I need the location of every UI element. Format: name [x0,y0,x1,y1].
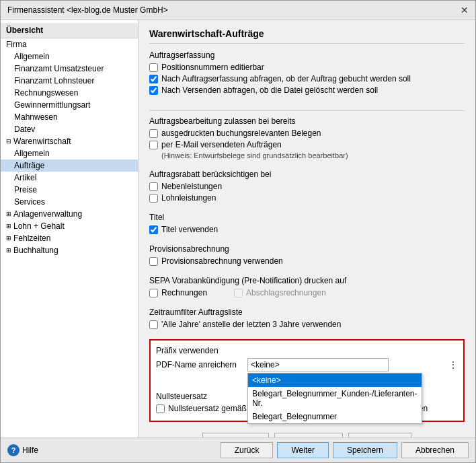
checkbox-nach-versenden[interactable] [149,86,158,95]
weiter-button[interactable]: Weiter [277,442,328,458]
sidebar-item-gewinnermittlung[interactable]: Gewinnermittlungsart [1,99,138,111]
sidebar-label-lohn: Lohn + Gehalt [13,221,65,231]
sidebar-group-fehlzeiten[interactable]: ⊞ Fehlzeiten [1,232,138,244]
label-titel: Titel [149,213,465,222]
checkbox-titel-verwenden[interactable] [149,225,158,234]
label-nach-auftragserfassung: Nach Auftragserfassung abfragen, ob der … [161,74,411,83]
sidebar-item-rechnungswesen[interactable]: Rechnungswesen [1,87,138,99]
popup-item-keine[interactable]: <keine> [248,373,422,387]
checkbox-nebenleistungen[interactable] [149,182,158,191]
dropdown-popup: <keine> Belegart_Belegnummer_Kunden-/Lie… [247,373,422,424]
row-ausgedruckten: ausgedruckten buchungsrelevanten Belegen [149,129,465,138]
sidebar-label-fehlzeiten: Fehlzeiten [13,234,50,243]
speichern-button[interactable]: Speichern [333,442,397,458]
sidebar-item-allgemein2[interactable]: Allgemein [1,147,138,159]
row-alle-jahre: 'Alle Jahre' anstelle der letzten 3 Jahr… [149,320,465,329]
label-nebenleistungen: Nebenleistungen [161,182,222,191]
sidebar-label-buchhaltung: Buchhaltung [13,246,58,255]
window-title: Firmenassistent <lex-blog.de Muster GmbH… [7,5,168,15]
label-sepa: SEPA Vorabankündigung (Pre-Notification)… [149,276,465,285]
dots-menu-icon[interactable]: ⋮ [448,359,458,370]
popup-item-belegart-kunden[interactable]: Belegart_Belegnummer_Kunden-/Lieferanten… [248,387,422,410]
row-nebenleistungen: Nebenleistungen [149,182,465,191]
row-pos-nummern: Positionsnummern editierbar [149,63,465,72]
label-nach-versenden: Nach Versenden abfragen, ob die Datei ge… [161,85,378,95]
title-bar: Firmenassistent <lex-blog.de Muster GmbH… [1,1,475,20]
checkbox-provisionsabrechnung-verwenden[interactable] [149,257,158,266]
sidebar-group-warenwirtschaft[interactable]: ⊟ Warenwirtschaft [1,135,138,147]
label-provisionsabrechnung: Provisionsabrechnung [149,244,465,254]
checkbox-per-email[interactable] [149,141,158,149]
row-provisionsabrechnung-verwenden: Provisionsabrechnung verwenden [149,256,465,266]
label-pdf-name: PDF-Name anreichern [156,360,243,369]
checkbox-abschlagsrechnungen[interactable] [234,289,243,297]
expand-icon-fehlzeiten: ⊞ [6,235,11,242]
section-auftragsrabatt: Auftragsrabatt berücksichtigen bei Neben… [149,170,465,205]
checkbox-pos-nummern[interactable] [149,63,158,72]
close-button[interactable]: ✕ [461,5,469,15]
checkbox-rechnungen[interactable] [149,289,158,297]
sidebar-item-finanzamt-lohn[interactable]: Finanzamt Lohnsteuer [1,75,138,87]
checkbox-alle-jahre[interactable] [149,320,158,329]
page-title: Warenwirtschaft-Aufträge [149,28,465,44]
einheiten-button[interactable]: Einheiten... [348,433,411,437]
abbrechen-button[interactable]: Abbrechen [401,442,469,458]
label-abschlagsrechnungen: Abschlagsrechnungen [246,288,326,297]
sidebar-item-artikel[interactable]: Artikel [1,172,138,184]
pdf-name-dropdown-container: <keine> Belegart_Belegnummer_Kunden-/Lie… [247,358,440,371]
label-rechnungen: Rechnungen [161,288,207,297]
checkbox-lohnleistungen[interactable] [149,194,158,203]
sidebar-item-preise[interactable]: Preise [1,184,138,196]
main-panel: Warenwirtschaft-Aufträge Auftragserfassu… [138,20,475,437]
label-praefix: Präfix verwenden [156,346,243,355]
row-lohnleistungen: Lohnleistungen [149,193,465,203]
section-sepa: SEPA Vorabankündigung (Pre-Notification)… [149,276,465,299]
sidebar: Übersicht Firma Allgemein Finanzamt Umsa… [1,20,138,437]
footer-right: Zurück Weiter Speichern Abbrechen [221,442,469,458]
sidebar-item-mahnwesen[interactable]: Mahnwesen [1,111,138,123]
sidebar-group-lohn[interactable]: ⊞ Lohn + Gehalt [1,220,138,232]
divider1 [149,110,465,111]
expand-icon-buchhaltung: ⊞ [6,247,11,254]
section-titel: Titel Titel verwenden [149,213,465,236]
row-per-email: per E-Mail versendeten Aufträgen [149,140,465,149]
sidebar-item-allgemein1[interactable]: Allgemein [1,50,138,63]
label-provisionsabrechnung-verwenden: Provisionsabrechnung verwenden [161,256,283,266]
sidebar-label-warenwirtschaft: Warenwirtschaft [13,137,71,146]
row-praefix: Präfix verwenden [156,346,458,355]
expand-icon-lohn: ⊞ [6,223,11,229]
label-per-email: per E-Mail versendeten Aufträgen [161,140,282,149]
zurueck-button[interactable]: Zurück [221,442,274,458]
label-zeitraumfilter: Zeitraumfilter Auftragsliste [149,308,465,317]
section-auftragsbearbeitung: Auftragsbearbeitung zulassen bei bereits… [149,116,465,162]
row-pdf-name: PDF-Name anreichern <keine> Belegart_Bel… [156,358,458,371]
row-nach-versenden: Nach Versenden abfragen, ob die Datei ge… [149,85,465,95]
label-lohnleistungen: Lohnleistungen [161,193,216,203]
sidebar-label-anlagenverwaltung: Anlagenverwaltung [13,209,82,219]
label-auftragsbearbeitung: Auftragsbearbeitung zulassen bei bereits [149,116,465,126]
sidebar-group-buchhaltung[interactable]: ⊞ Buchhaltung [1,244,138,256]
sidebar-item-finanzamt-umsatz[interactable]: Finanzamt Umsatzsteuer [1,63,138,75]
label-pos-nummern: Positionsnummern editierbar [161,63,264,72]
label-auftragsrabatt: Auftragsrabatt berücksichtigen bei [149,170,465,179]
footer-left: ? Hilfe [7,444,38,456]
sidebar-item-datev[interactable]: Datev [1,123,138,135]
sidebar-item-auftraege[interactable]: Aufträge [1,159,138,172]
sidebar-header: Übersicht [1,23,138,38]
help-icon[interactable]: ? [7,444,19,456]
sidebar-item-firma[interactable]: Firma [1,38,138,50]
checkbox-nach-auftragserfassung[interactable] [149,75,158,83]
sidebar-group-anlagenverwaltung[interactable]: ⊞ Anlagenverwaltung [1,208,138,220]
content-area: Übersicht Firma Allgemein Finanzamt Umsa… [1,20,475,437]
section-auftragserfassung: Auftragserfassung Positionsnummern editi… [149,50,465,97]
label-ausgedruckten: ausgedruckten buchungsrelevanten Belegen [161,129,321,138]
lieferarten-button[interactable]: Lieferarten... [274,433,342,437]
pdf-name-dropdown[interactable]: <keine> Belegart_Belegnummer_Kunden-/Lie… [247,358,389,371]
hilfe-label: Hilfe [22,446,38,455]
footer: ? Hilfe Zurück Weiter Speichern Abbreche… [1,437,475,462]
bearbeiter-button[interactable]: Bearbeiter... [202,433,269,437]
checkbox-nullsteuersatz[interactable] [156,404,165,413]
checkbox-ausgedruckten[interactable] [149,129,158,138]
popup-item-belegart[interactable]: Belegart_Belegnummer [248,410,422,423]
sidebar-item-services[interactable]: Services [1,196,138,208]
